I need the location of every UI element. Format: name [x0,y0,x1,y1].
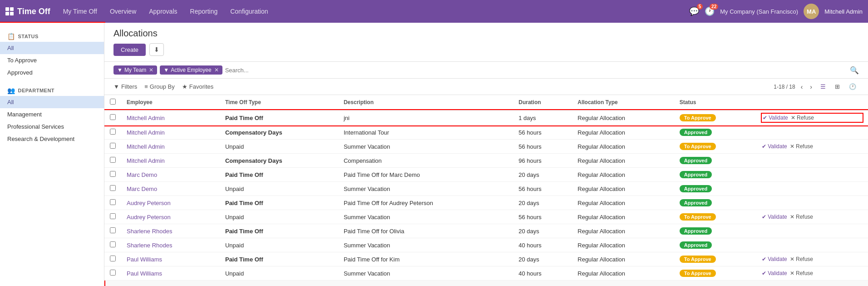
avatar[interactable]: MA [804,4,819,19]
employee-name[interactable]: Paul Williams [121,266,220,281]
employee-name[interactable]: Sharlene Rhodes [121,224,220,238]
row-checkbox[interactable] [110,143,116,149]
sidebar-item-status-approved[interactable]: Approved [0,66,104,79]
validate-button[interactable]: ✔ Validate [762,270,787,276]
allocation-type: Regular Allocation [572,182,674,196]
time-off-type: Paid Time Off [220,252,338,266]
activity-view-button[interactable]: 🕐 [846,81,859,92]
download-button[interactable]: ⬇ [149,43,164,56]
favorites-button[interactable]: ★ Favorites [182,83,213,90]
user-name[interactable]: Mitchell Admin [824,8,863,15]
app-logo[interactable]: Time Off [5,7,50,16]
filter-tag-my-team[interactable]: ▼ My Team ✕ [113,65,157,75]
select-all-checkbox[interactable] [110,99,116,105]
filter-icon-2: ▼ [163,67,169,73]
status-badge: To Approve [680,143,716,150]
row-checkbox[interactable] [110,241,116,247]
employee-name[interactable]: Marc Demo [121,182,220,196]
row-actions: ✔ Validate ✕ Refuse [756,140,868,154]
sidebar-item-dept-research[interactable]: Research & Development [0,133,104,145]
row-actions [756,224,868,238]
sidebar-item-status-all[interactable]: All [0,42,104,54]
employee-name[interactable]: Marc Demo [121,168,220,182]
main-content: Allocations Create ⬇ ▼ My Team ✕ ▼ Activ… [104,23,868,286]
sidebar-item-dept-management[interactable]: Management [0,108,104,120]
validate-button[interactable]: ✔ Validate [762,214,787,220]
table-row: Paul Williams Unpaid Summer Vacation 40 … [104,266,868,281]
nav-approvals[interactable]: Approvals [143,5,182,18]
refuse-button[interactable]: ✕ Refuse [790,270,813,276]
row-checkbox[interactable] [110,157,116,163]
description: jni [338,110,513,125]
remove-my-team-filter[interactable]: ✕ [149,67,153,73]
clock-notification[interactable]: 🕐 22 [705,6,715,16]
status-badge: Approved [680,241,712,249]
remove-active-employee-filter[interactable]: ✕ [214,67,219,73]
status-badge: Approved [680,129,712,136]
employee-name[interactable]: Audrey Peterson [121,196,220,210]
table-row: Sharlene Rhodes Paid Time Off Paid Time … [104,224,868,238]
sidebar-item-dept-professional-services[interactable]: Professional Services [0,120,104,133]
col-description: Description [338,95,513,110]
search-icon[interactable]: 🔍 [850,66,859,75]
filter-tag-active-employee[interactable]: ▼ Active Employee ✕ [160,65,222,75]
groupby-icon: ≡ [144,83,148,90]
sidebar-item-status-to-approve[interactable]: To Approve [0,54,104,66]
refuse-button[interactable]: ✕ Refuse [791,115,814,121]
refuse-button[interactable]: ✕ Refuse [790,143,813,150]
nav-overview[interactable]: Overview [104,5,142,18]
row-checkbox[interactable] [110,270,116,276]
col-time-off-type: Time Off Type [220,95,338,110]
filter-tag-active-employee-label: Active Employee [171,67,211,73]
refuse-button[interactable]: ✕ Refuse [790,256,813,262]
kanban-view-button[interactable]: ⊞ [832,81,843,92]
table-container: Employee Time Off Type Description Durat… [104,95,868,281]
toolbar-left: ▼ Filters ≡ Group By ★ Favorites [113,83,213,90]
next-page-button[interactable]: › [808,82,814,91]
sidebar-item-dept-all[interactable]: All [0,96,104,108]
row-checkbox[interactable] [110,129,116,135]
status-badge: Approved [680,157,712,164]
employee-name[interactable]: Sharlene Rhodes [121,238,220,252]
groupby-button[interactable]: ≡ Group By [144,83,175,90]
action-buttons: ✔ Validate ✕ Refuse [762,214,863,220]
employee-name[interactable]: Mitchell Admin [121,110,220,125]
nav-configuration[interactable]: Configuration [225,5,273,18]
employee-name[interactable]: Mitchell Admin [121,140,220,154]
row-actions: ✔ Validate ✕ Refuse [756,210,868,224]
row-checkbox[interactable] [110,199,116,205]
filters-button[interactable]: ▼ Filters [113,83,137,90]
nav-reporting[interactable]: Reporting [185,5,223,18]
prev-page-button[interactable]: ‹ [799,82,805,91]
row-checkbox[interactable] [110,227,116,233]
employee-name[interactable]: Mitchell Admin [121,125,220,140]
employee-name[interactable]: Paul Williams [121,252,220,266]
row-actions [756,168,868,182]
description: Paid Time Off for Marc Demo [338,168,513,182]
validate-button[interactable]: ✔ Validate [762,256,787,262]
validate-button[interactable]: ✔ Validate [763,115,788,121]
time-off-type: Unpaid [220,238,338,252]
create-button[interactable]: Create [113,44,146,56]
status: To Approve [674,110,756,125]
row-checkbox[interactable] [110,114,116,120]
allocation-type: Regular Allocation [572,154,674,168]
row-checkbox[interactable] [110,185,116,191]
status: To Approve [674,266,756,281]
toolbar: ▼ Filters ≡ Group By ★ Favorites 1-18 / … [104,79,868,95]
status-icon: 📋 [7,33,15,40]
filter-tag-my-team-label: My Team [124,67,146,73]
validate-button[interactable]: ✔ Validate [762,143,787,150]
row-checkbox[interactable] [110,213,116,219]
allocation-type: Regular Allocation [572,168,674,182]
search-input[interactable] [225,67,850,74]
row-checkbox[interactable] [110,171,116,177]
refuse-button[interactable]: ✕ Refuse [790,214,813,220]
employee-name[interactable]: Mitchell Admin [121,154,220,168]
table-row: Paul Williams Paid Time Off Paid Time Of… [104,252,868,266]
chat-notification[interactable]: 💬 5 [689,6,699,16]
list-view-button[interactable]: ☰ [818,81,829,92]
nav-my-time-off[interactable]: My Time Off [58,5,103,18]
row-checkbox[interactable] [110,256,116,261]
employee-name[interactable]: Audrey Peterson [121,210,220,224]
